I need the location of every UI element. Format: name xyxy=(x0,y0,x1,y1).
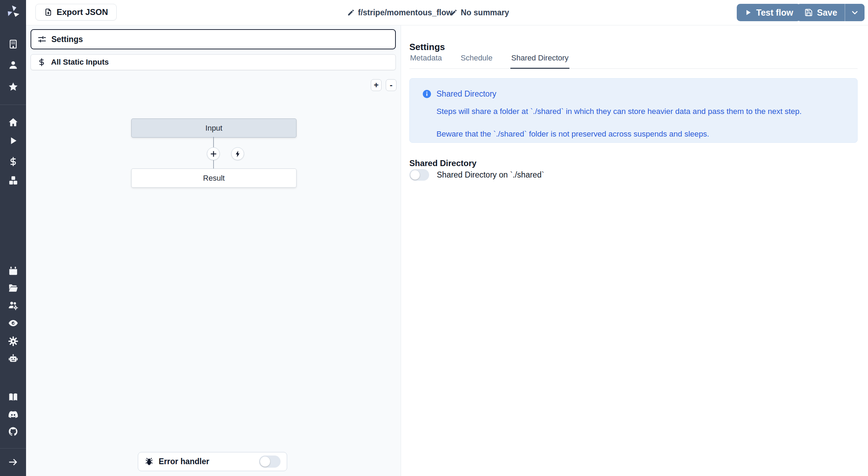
info-box-paragraph: Beware that the `./shared` folder is not… xyxy=(436,129,845,139)
info-box-title: Shared Directory xyxy=(436,89,496,99)
audit-eye-icon[interactable] xyxy=(8,318,18,328)
tab-schedule[interactable]: Schedule xyxy=(460,54,493,69)
tab-metadata[interactable]: Metadata xyxy=(409,54,443,69)
export-json-button[interactable]: Export JSON xyxy=(35,4,117,20)
edit-pencil-icon xyxy=(450,9,457,16)
all-static-inputs-item[interactable]: All Static Inputs xyxy=(31,54,396,70)
flow-path[interactable]: f/stripe/momentous_flow xyxy=(347,0,452,25)
add-step-button[interactable] xyxy=(207,147,220,160)
home-icon[interactable] xyxy=(8,117,18,128)
info-icon xyxy=(422,89,432,99)
windmill-logo-icon[interactable] xyxy=(5,3,21,19)
shared-directory-toggle[interactable] xyxy=(409,169,429,181)
toggle-knob xyxy=(260,457,270,467)
expand-sidebar-arrow-icon[interactable] xyxy=(8,457,18,467)
flow-canvas: Settings All Static Inputs + - Input Res… xyxy=(26,25,401,476)
flow-settings-label: Settings xyxy=(51,35,83,44)
settings-tabs: Metadata Schedule Shared Directory xyxy=(409,54,858,69)
sidebar-divider xyxy=(0,105,26,105)
flow-settings-item[interactable]: Settings xyxy=(31,29,396,49)
save-dropdown-button[interactable] xyxy=(845,4,865,21)
result-node-label: Result xyxy=(203,174,225,183)
zoom-in-button[interactable]: + xyxy=(371,79,382,91)
plus-icon xyxy=(210,150,217,158)
input-node[interactable]: Input xyxy=(131,118,297,138)
resources-boxes-icon[interactable] xyxy=(8,175,18,186)
docs-book-icon[interactable] xyxy=(8,392,18,402)
schedules-calendar-icon[interactable] xyxy=(8,266,18,276)
workers-robot-icon[interactable] xyxy=(8,353,18,364)
shared-directory-section-title: Shared Directory xyxy=(409,158,476,168)
sidebar xyxy=(0,0,26,476)
toggle-knob xyxy=(410,170,420,180)
result-node[interactable]: Result xyxy=(131,169,297,188)
play-icon xyxy=(744,9,752,16)
export-json-label: Export JSON xyxy=(57,7,108,17)
flow-edge xyxy=(213,137,214,147)
shared-directory-info-box: Shared Directory Steps will share a fold… xyxy=(409,78,858,143)
flow-path-label: f/stripe/momentous_flow xyxy=(358,8,452,17)
chevron-down-icon xyxy=(850,8,859,17)
discord-icon[interactable] xyxy=(8,409,18,420)
error-handler-label: Error handler xyxy=(159,457,209,466)
bug-icon xyxy=(144,457,154,466)
workspace-building-icon[interactable] xyxy=(8,39,18,49)
info-box-paragraph: Steps will share a folder at `./shared` … xyxy=(436,106,845,116)
info-box-header: Shared Directory xyxy=(422,89,845,99)
add-trigger-button[interactable] xyxy=(231,147,244,160)
topbar: Export JSON f/stripe/momentous_flow No s… xyxy=(26,0,868,25)
save-label: Save xyxy=(817,8,837,18)
settings-gear-icon[interactable] xyxy=(8,336,18,346)
flow-summary-label: No summary xyxy=(461,8,509,17)
flow-edge xyxy=(213,160,214,169)
zoom-out-button[interactable]: - xyxy=(386,79,397,91)
settings-panel: Settings Metadata Schedule Shared Direct… xyxy=(401,25,868,476)
test-flow-label: Test flow xyxy=(756,8,793,18)
lightning-bolt-icon xyxy=(234,150,242,158)
variables-dollar-icon[interactable] xyxy=(8,156,18,167)
groups-users-gear-icon[interactable] xyxy=(8,300,18,311)
sidebar-divider xyxy=(0,448,26,449)
test-flow-button[interactable]: Test flow xyxy=(737,4,801,21)
error-handler-node[interactable]: Error handler xyxy=(138,452,287,471)
edit-pencil-icon xyxy=(347,9,354,16)
save-button[interactable]: Save xyxy=(797,4,845,21)
input-node-label: Input xyxy=(206,124,223,133)
error-handler-toggle[interactable] xyxy=(259,456,281,468)
user-icon[interactable] xyxy=(8,60,18,70)
favorites-star-icon[interactable] xyxy=(8,82,18,92)
folders-icon[interactable] xyxy=(8,283,18,293)
settings-panel-title: Settings xyxy=(409,42,445,52)
flow-summary[interactable]: No summary xyxy=(450,0,509,25)
sliders-icon xyxy=(37,35,47,44)
github-icon[interactable] xyxy=(8,426,18,437)
shared-directory-toggle-label: Shared Directory on `./shared` xyxy=(437,170,544,180)
shared-directory-toggle-row: Shared Directory on `./shared` xyxy=(409,169,544,181)
windmill-flow-editor: Export JSON f/stripe/momentous_flow No s… xyxy=(0,0,868,476)
tab-shared-directory[interactable]: Shared Directory xyxy=(510,54,569,69)
file-export-icon xyxy=(44,8,52,16)
save-icon xyxy=(804,8,813,17)
runs-play-icon[interactable] xyxy=(8,136,18,146)
dollar-icon xyxy=(37,58,46,67)
all-static-inputs-label: All Static Inputs xyxy=(51,58,109,67)
save-button-group: Save xyxy=(797,4,865,21)
